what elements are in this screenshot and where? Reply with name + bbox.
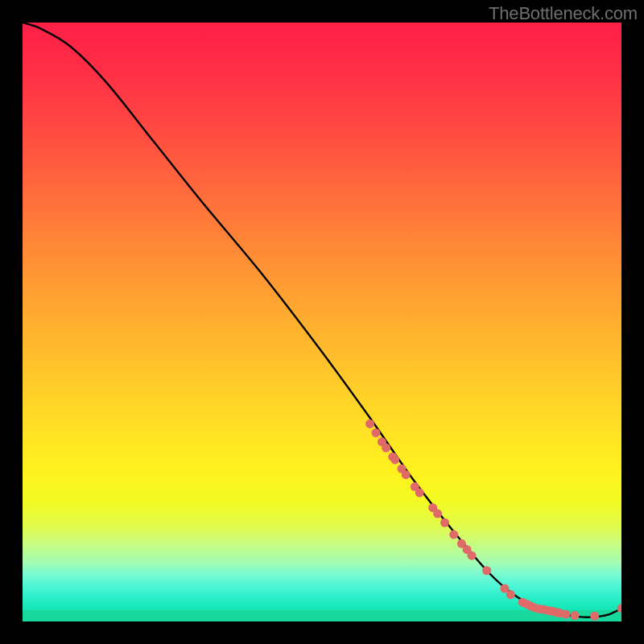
scatter-points (365, 419, 621, 621)
data-point (390, 456, 399, 464)
watermark-text: TheBottleneck.com (489, 3, 638, 24)
data-point (402, 470, 411, 479)
data-point (468, 551, 477, 560)
chart-container: TheBottleneck.com (0, 0, 644, 644)
data-point (482, 566, 491, 575)
data-point (506, 590, 515, 599)
data-point (365, 419, 374, 428)
plot-area (23, 23, 621, 621)
data-point (371, 428, 380, 437)
data-point (440, 518, 449, 527)
data-point (449, 530, 458, 539)
chart-svg (23, 23, 621, 621)
data-point (433, 510, 442, 518)
data-point (382, 444, 390, 452)
data-point (590, 612, 599, 621)
data-point (570, 611, 579, 620)
data-point (561, 610, 570, 619)
data-point (415, 489, 424, 497)
bottleneck-curve (23, 23, 621, 617)
